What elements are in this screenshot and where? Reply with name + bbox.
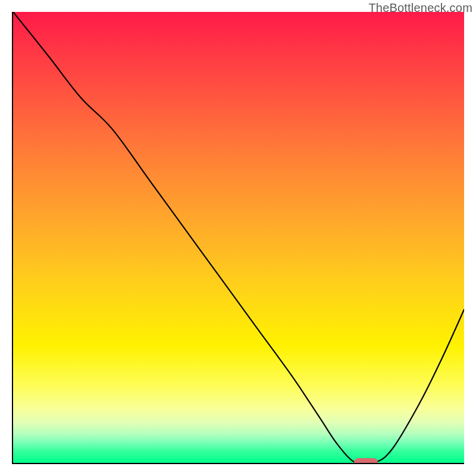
chart-container: TheBottleneck.com bbox=[0, 0, 476, 476]
optimum-marker bbox=[354, 458, 378, 464]
curve-svg bbox=[13, 12, 464, 463]
bottleneck-curve bbox=[13, 12, 464, 463]
plot-area bbox=[12, 12, 464, 464]
